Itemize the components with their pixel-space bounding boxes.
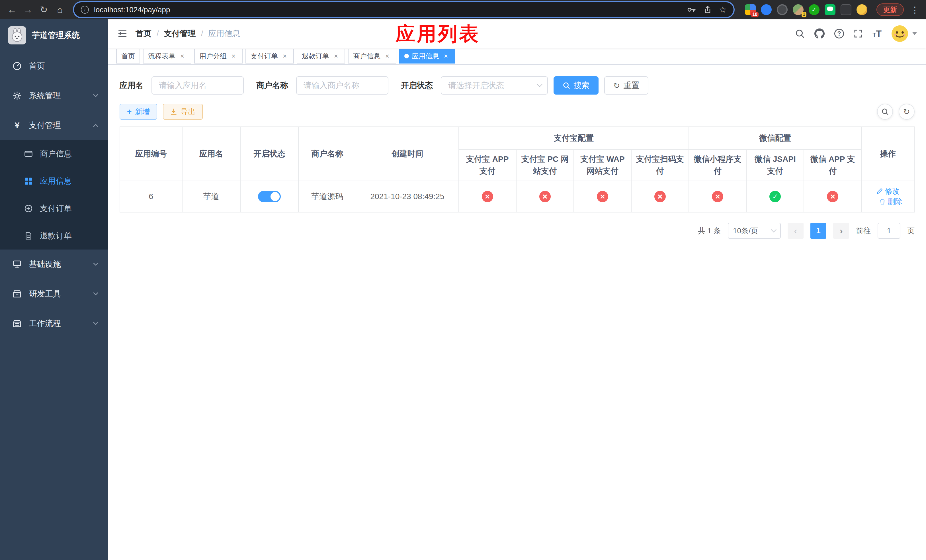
- col-group-alipay: 支付宝配置: [459, 127, 689, 150]
- github-icon[interactable]: [814, 29, 825, 39]
- col-header-wechat-mini: 微信小程序支付: [689, 150, 746, 181]
- browser-forward-button[interactable]: →: [21, 2, 35, 17]
- extension-flask-icon[interactable]: [841, 4, 851, 15]
- sidebar-item-merchant-info[interactable]: 商户信息: [0, 140, 108, 168]
- site-info-icon[interactable]: i: [81, 6, 89, 14]
- sidebar-item-payment[interactable]: ¥ 支付管理: [0, 110, 108, 140]
- search-icon[interactable]: [795, 29, 805, 38]
- browser-home-button[interactable]: ⌂: [52, 2, 67, 17]
- tab-label: 应用信息: [412, 51, 439, 61]
- sidebar-item-dev-tools[interactable]: 研发工具: [0, 279, 108, 309]
- sidebar-item-label: 支付订单: [40, 203, 72, 214]
- app-name-input[interactable]: [151, 76, 244, 95]
- tab-label: 首页: [121, 51, 135, 61]
- logo-avatar: [8, 26, 26, 44]
- tab-refund-orders[interactable]: 退款订单: [297, 49, 345, 64]
- extension-avatar-icon[interactable]: 1: [793, 4, 803, 15]
- status-label: 开启状态: [401, 80, 433, 91]
- tab-label: 商户信息: [353, 51, 380, 61]
- user-menu[interactable]: [891, 25, 917, 42]
- chevron-down-icon: [537, 82, 542, 87]
- extension-emoji-icon[interactable]: [856, 4, 867, 15]
- reset-button[interactable]: ↻重置: [604, 76, 648, 95]
- alipay-app-status-icon: [482, 191, 493, 202]
- goto-label: 前往: [856, 226, 871, 236]
- browser-menu-icon[interactable]: ⋮: [908, 5, 921, 15]
- sidebar-item-app-info[interactable]: 应用信息: [0, 168, 108, 195]
- sidebar-item-system[interactable]: 系统管理: [0, 81, 108, 110]
- breadcrumb-separator: /: [201, 29, 203, 38]
- tab-process-form[interactable]: 流程表单: [143, 49, 191, 64]
- refresh-table-button[interactable]: ↻: [899, 104, 915, 120]
- breadcrumb-payment[interactable]: 支付管理: [164, 28, 196, 39]
- cell-wechat-app: [804, 181, 861, 212]
- address-bar[interactable]: i localhost:1024/pay/app ☆: [74, 2, 734, 17]
- tab-close-icon[interactable]: [442, 52, 450, 60]
- font-size-icon[interactable]: TT: [873, 29, 882, 39]
- action-bar: +新增 导出 ↻: [120, 104, 915, 120]
- bookmark-star-icon[interactable]: ☆: [719, 5, 727, 14]
- cell-merchant: 芋道源码: [298, 181, 356, 212]
- col-header-wechat-app: 微信 APP 支付: [804, 150, 861, 181]
- browser-reload-button[interactable]: ↻: [36, 2, 51, 17]
- current-page-button[interactable]: 1: [810, 223, 826, 239]
- tab-close-icon[interactable]: [281, 52, 289, 60]
- delete-link[interactable]: 删除: [879, 197, 902, 206]
- circle-arrow-icon: [24, 204, 33, 213]
- page-size-select[interactable]: 10条/页: [728, 223, 781, 239]
- password-key-icon[interactable]: [687, 5, 696, 15]
- app-logo[interactable]: 芋道管理系统: [0, 20, 108, 51]
- tab-label: 支付订单: [251, 51, 278, 61]
- sidebar-toggle-icon[interactable]: [117, 29, 127, 39]
- breadcrumb-home[interactable]: 首页: [136, 28, 151, 39]
- extension-avatar-badge: 1: [802, 12, 806, 17]
- merchant-name-input[interactable]: [296, 76, 388, 95]
- gear-icon: [12, 91, 22, 100]
- tab-home[interactable]: 首页: [116, 49, 140, 64]
- cell-alipay-wap: [574, 181, 631, 212]
- app-title: 芋道管理系统: [32, 30, 80, 41]
- col-header-alipay-qr: 支付宝扫码支付: [631, 150, 689, 181]
- fullscreen-icon[interactable]: [854, 29, 863, 38]
- cell-status: [240, 181, 298, 212]
- browser-update-button[interactable]: 更新: [876, 3, 904, 16]
- status-toggle[interactable]: [258, 191, 281, 202]
- extension-wechat-devtools-icon[interactable]: [825, 4, 835, 15]
- sidebar-item-refund-orders[interactable]: 退款订单: [0, 222, 108, 250]
- sidebar-item-workflow[interactable]: 工作流程: [0, 309, 108, 338]
- tab-user-group[interactable]: 用户分组: [194, 49, 243, 64]
- extension-grid-icon[interactable]: 10: [745, 4, 756, 15]
- search-button[interactable]: 搜索: [554, 76, 599, 95]
- extension-badge: 10: [751, 12, 758, 17]
- edit-link[interactable]: 修改: [876, 186, 900, 196]
- sidebar-item-infrastructure[interactable]: 基础设施: [0, 250, 108, 279]
- add-button[interactable]: +新增: [120, 104, 157, 120]
- toggle-search-button[interactable]: [877, 104, 893, 120]
- help-icon[interactable]: ?: [834, 29, 844, 38]
- active-dot: [404, 54, 409, 58]
- url-text: localhost:1024/pay/app: [94, 5, 681, 14]
- col-header-alipay-wap: 支付宝 WAP 网站支付: [574, 150, 631, 181]
- tab-close-icon[interactable]: [383, 52, 391, 60]
- tab-pay-orders[interactable]: 支付订单: [245, 49, 294, 64]
- extension-check-icon[interactable]: ✓: [809, 4, 820, 15]
- export-button[interactable]: 导出: [163, 104, 203, 120]
- next-page-button[interactable]: [833, 223, 849, 239]
- tab-app-info[interactable]: 应用信息: [399, 49, 455, 64]
- tab-close-icon[interactable]: [230, 52, 238, 60]
- alipay-pc-status-icon: [539, 191, 551, 202]
- extension-drop-icon[interactable]: [761, 4, 772, 15]
- goto-page-input[interactable]: [878, 223, 900, 239]
- tab-close-icon[interactable]: [178, 52, 186, 60]
- sidebar-item-home[interactable]: 首页: [0, 51, 108, 81]
- infrastructure-icon: [12, 260, 22, 269]
- extension-dark-icon[interactable]: [777, 4, 788, 15]
- tab-close-icon[interactable]: [332, 52, 340, 60]
- share-icon[interactable]: [703, 5, 712, 14]
- prev-page-button[interactable]: [788, 223, 803, 239]
- status-select[interactable]: 请选择开启状态: [441, 76, 548, 95]
- wechat-app-status-icon: [827, 191, 838, 202]
- sidebar-item-pay-orders[interactable]: 支付订单: [0, 195, 108, 222]
- browser-back-button[interactable]: ←: [5, 2, 20, 17]
- tab-merchant-info[interactable]: 商户信息: [348, 49, 396, 64]
